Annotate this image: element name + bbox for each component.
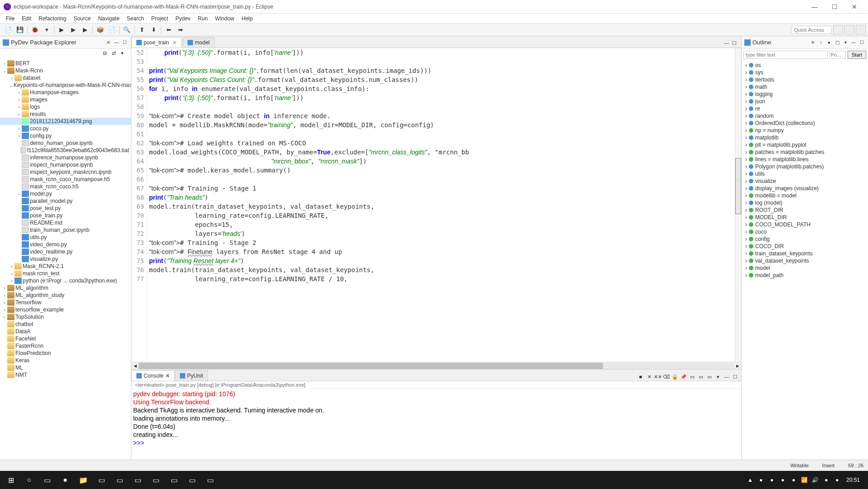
- tab-model[interactable]: model: [183, 37, 215, 48]
- save-button[interactable]: 💾: [14, 25, 25, 35]
- new-module-button[interactable]: 📄: [106, 25, 117, 35]
- prev-annotation-button[interactable]: ⬆: [136, 25, 147, 35]
- outline-item[interactable]: ›modellib = model: [742, 192, 868, 199]
- project-tree[interactable]: ›BERT⌄Mask-Rcnn›dataset⌄Keypoints-of-hum…: [0, 59, 131, 460]
- tree-item[interactable]: ›logs: [0, 103, 131, 110]
- coverage-button[interactable]: ▶: [80, 25, 91, 35]
- tree-item[interactable]: FasterRcnn: [0, 342, 131, 350]
- tree-item[interactable]: Keras: [0, 357, 131, 364]
- collapse-all-button[interactable]: ⊟: [103, 50, 110, 58]
- outline-item[interactable]: ›itertools: [742, 76, 868, 83]
- menu-navigate[interactable]: Navigate: [94, 14, 123, 23]
- view-menu-button[interactable]: ▾: [121, 50, 128, 58]
- tree-item[interactable]: FaceNet: [0, 335, 131, 342]
- next-annotation-button[interactable]: ⬇: [148, 25, 159, 35]
- tree-item[interactable]: ›TopSolution: [0, 313, 131, 321]
- quick-access-input[interactable]: [791, 26, 832, 34]
- remove-terminated-button[interactable]: ✕: [645, 373, 653, 381]
- menu-search[interactable]: Search: [123, 14, 148, 23]
- app-icon[interactable]: ▭: [92, 471, 111, 489]
- close-button[interactable]: ✕: [844, 0, 864, 13]
- minimize-button[interactable]: —: [805, 0, 825, 13]
- tree-item[interactable]: mask_rcnn_coco.h5: [0, 183, 131, 190]
- menu-project[interactable]: Project: [148, 14, 172, 23]
- tree-item[interactable]: inspect_keypoint_maskrcnn.ipynb: [0, 168, 131, 176]
- app-icon[interactable]: ▭: [129, 471, 147, 489]
- tree-item[interactable]: inspect_humanpose.ipynb: [0, 161, 131, 168]
- outline-item[interactable]: ›Polygon (matplotlib.patches): [742, 163, 868, 170]
- outline-item[interactable]: ›model: [742, 264, 868, 272]
- app-icon[interactable]: ▭: [183, 471, 201, 489]
- menu-help[interactable]: Help: [238, 14, 256, 23]
- scroll-lock-button[interactable]: 🔒: [671, 373, 679, 381]
- tray-icon[interactable]: ▲: [746, 475, 755, 484]
- tree-item[interactable]: NMT: [0, 371, 131, 379]
- run-ext-button[interactable]: ▶: [68, 25, 79, 35]
- outline-item[interactable]: ›logging: [742, 91, 868, 98]
- tree-item[interactable]: parallel_model.py: [0, 197, 131, 205]
- overview-ruler[interactable]: [735, 48, 741, 362]
- outline-item[interactable]: ›OrderedDict (collections): [742, 120, 868, 127]
- outline-item[interactable]: ›patches = matplotlib.patches: [742, 149, 868, 156]
- tree-item[interactable]: mask_rcnn_coco_humanpose.h5: [0, 176, 131, 183]
- tray-icon[interactable]: ●: [778, 475, 787, 484]
- tree-item[interactable]: README.md: [0, 219, 131, 226]
- outline-item[interactable]: ›COCO_MODEL_PATH: [742, 221, 868, 228]
- start-button[interactable]: ⊞: [2, 471, 20, 489]
- volume-icon[interactable]: 🔊: [811, 475, 820, 484]
- tree-item[interactable]: ›mask rcnn_test: [0, 270, 131, 277]
- close-icon[interactable]: ✕: [809, 39, 816, 46]
- tree-item[interactable]: ⌄Mask-Rcnn: [0, 67, 131, 74]
- outline-filter-input[interactable]: [743, 51, 828, 59]
- app-icon[interactable]: ▭: [201, 471, 219, 489]
- outline-item[interactable]: ›log (model): [742, 199, 868, 206]
- tree-item[interactable]: ›Humanpose-images: [0, 89, 131, 96]
- outline-item[interactable]: ›coco: [742, 228, 868, 235]
- tree-item[interactable]: pose_train.py: [0, 212, 131, 219]
- pin-console-button[interactable]: 📌: [680, 373, 688, 381]
- maximize-console-button[interactable]: ☐: [731, 373, 739, 381]
- tree-item[interactable]: FlowPrediction: [0, 350, 131, 357]
- display-selected-button[interactable]: ▭: [688, 373, 696, 381]
- new-class-button[interactable]: 📦: [95, 25, 106, 35]
- tree-item[interactable]: train_human_pose.ipynb: [0, 226, 131, 234]
- tree-item[interactable]: ›BERT: [0, 60, 131, 67]
- tree-item[interactable]: DataA: [0, 328, 131, 335]
- outline-item[interactable]: ›json: [742, 98, 868, 105]
- outline-filter2-input[interactable]: [829, 51, 846, 59]
- forward-button[interactable]: ➡: [175, 25, 186, 35]
- tree-item[interactable]: ›Mask_RCNN-2.1: [0, 263, 131, 270]
- tree-item[interactable]: ›ML_algorithm_study: [0, 292, 131, 299]
- code-content[interactable]: print("{:3}. {:50}".format(i, info['name…: [147, 48, 735, 362]
- back-button[interactable]: ⬅: [163, 25, 174, 35]
- console-output[interactable]: pydev debugger: starting (pid: 1076)Usin…: [131, 389, 741, 460]
- outline-item[interactable]: ›os: [742, 62, 868, 69]
- tray-icon[interactable]: ●: [833, 475, 842, 484]
- outline-tree[interactable]: ›os›sys›itertools›math›logging›json›re›r…: [742, 61, 868, 460]
- menu-window[interactable]: Window: [212, 14, 238, 23]
- tree-item[interactable]: video_realtime.py: [0, 248, 131, 255]
- close-tab-icon[interactable]: ✕: [173, 40, 177, 46]
- outline-item[interactable]: ›visualize: [742, 177, 868, 185]
- link-editor-button[interactable]: ⇄: [112, 50, 119, 58]
- new-console-button[interactable]: ▭: [705, 373, 714, 381]
- maximize-editor-button[interactable]: ☐: [732, 40, 739, 48]
- menu-run[interactable]: Run: [194, 14, 212, 23]
- new-button[interactable]: 📄: [3, 25, 14, 35]
- tree-item[interactable]: inference_humanpose.ipynb: [0, 154, 131, 161]
- hide-fields-button[interactable]: ●: [825, 39, 833, 46]
- minimize-console-button[interactable]: —: [723, 373, 731, 381]
- tree-item[interactable]: ›Tensorflow: [0, 299, 131, 306]
- outline-item[interactable]: ›lines = matplotlib.lines: [742, 156, 868, 163]
- clear-console-button[interactable]: ⌫: [662, 373, 670, 381]
- console-dropdown-button[interactable]: ▾: [714, 373, 722, 381]
- open-console-button[interactable]: ▭: [697, 373, 705, 381]
- outline-item[interactable]: ›COCO_DIR: [742, 243, 868, 250]
- scroll-left-icon[interactable]: ◀: [131, 363, 139, 369]
- outline-item[interactable]: ›np = numpy: [742, 127, 868, 134]
- tree-item[interactable]: ›results: [0, 110, 131, 118]
- tree-item[interactable]: ›ML_algorithm: [0, 284, 131, 292]
- outline-item[interactable]: ›display_images (visualize): [742, 185, 868, 192]
- code-editor[interactable]: 52 53 54 55 56 57 58 59 60 61 62 63 64 6…: [131, 48, 741, 362]
- cortana-button[interactable]: ○: [20, 471, 38, 489]
